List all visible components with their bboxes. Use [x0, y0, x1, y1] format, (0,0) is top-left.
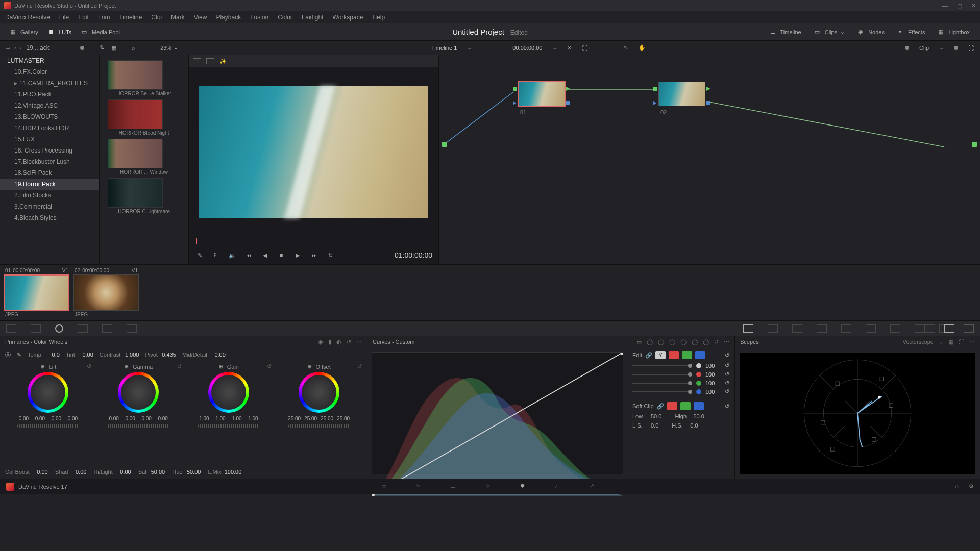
rgb-mixer-icon[interactable] — [102, 324, 112, 333]
settings-icon[interactable]: ⚙ — [969, 483, 974, 490]
clip-thumbnail[interactable]: 0100:00:00:00V1JPEG — [4, 267, 69, 318]
reset-icon[interactable]: ↺ — [725, 388, 729, 395]
timeline-name[interactable]: Timeline 1 — [431, 45, 457, 51]
softclip-g-button[interactable] — [680, 402, 691, 410]
tree-item[interactable]: 16. Cross Processing — [0, 145, 99, 156]
hdr-icon[interactable] — [78, 324, 88, 333]
reset-icon[interactable]: ↺ — [357, 363, 362, 370]
bars-mode-icon[interactable]: ▮ — [328, 339, 331, 345]
tree-item[interactable]: 15.LUX — [0, 134, 99, 145]
node-editor[interactable]: 01 02 — [439, 55, 980, 264]
intensity-g-value[interactable]: 100 — [705, 380, 721, 386]
tree-item[interactable]: 11.CAMERA_PROFILES — [0, 78, 99, 89]
prev-clip-button[interactable]: ⏮ — [244, 252, 253, 258]
keyframe-icon[interactable] — [925, 324, 935, 333]
menu-workspace[interactable]: Workspace — [333, 14, 363, 21]
tree-item[interactable]: 4.Bleach.Styles — [0, 212, 99, 223]
node-02[interactable]: 02 — [658, 82, 705, 106]
node-01[interactable]: 01 — [518, 82, 565, 106]
nodes-toggle-button[interactable]: ◉Nodes — [853, 27, 890, 38]
expand-icon[interactable]: ⛶ — [959, 339, 964, 345]
magic-mask-icon[interactable] — [866, 324, 876, 333]
menu-clip[interactable]: Clip — [151, 14, 162, 21]
softclip-b-button[interactable] — [694, 402, 704, 410]
menu-view[interactable]: View — [194, 14, 207, 21]
lift-jog[interactable] — [17, 424, 79, 428]
pick-icon[interactable]: ⊕ — [40, 363, 45, 370]
close-button[interactable]: ✕ — [971, 3, 976, 9]
tree-item[interactable]: 10.FX.Color — [0, 66, 99, 78]
vectorscope[interactable] — [739, 352, 976, 474]
hue-value[interactable]: 50.00 — [185, 469, 201, 475]
auto-balance-icon[interactable]: Ⓐ — [5, 351, 11, 359]
layout-icon[interactable]: ▦ — [948, 339, 953, 345]
chevron-down-icon[interactable]: ⌄ — [552, 44, 557, 51]
ls-value[interactable]: 0.0 — [651, 422, 658, 429]
color-match-icon[interactable] — [31, 324, 41, 333]
menu-app[interactable]: DaVinci Resolve — [5, 14, 50, 21]
node-input-port[interactable] — [442, 142, 447, 147]
menu-timeline[interactable]: Timeline — [119, 14, 142, 21]
lut-thumbnail[interactable]: HORROR Blood Night — [108, 99, 180, 136]
gain-color-wheel[interactable] — [208, 372, 249, 413]
hue-vs-hue-icon[interactable]: ◯ — [647, 339, 653, 345]
edit-y-button[interactable]: Y — [655, 351, 666, 359]
list-view-icon[interactable]: ≡ — [121, 45, 125, 51]
hilight-value[interactable]: 0.00 — [116, 469, 131, 475]
luts-button[interactable]: ≣LUTs — [43, 27, 77, 38]
gamma-color-wheel[interactable] — [118, 372, 159, 413]
home-icon[interactable] — [6, 483, 14, 491]
breadcrumb[interactable]: 19....ack — [26, 44, 49, 52]
mediapool-button[interactable]: ▭Media Pool — [77, 27, 125, 38]
reset-icon[interactable]: ↺ — [725, 380, 729, 386]
options-icon[interactable]: ⋯ — [969, 339, 975, 345]
node-expand-icon[interactable]: ⛶ — [968, 45, 974, 51]
deliver-page-button[interactable]: ↗ — [590, 483, 599, 491]
project-manager-icon[interactable]: ⌂ — [955, 483, 959, 490]
chevron-down-icon[interactable]: ⌄ — [467, 44, 472, 51]
tree-item[interactable]: 19.Horror Pack — [0, 179, 99, 190]
lut-thumbnail[interactable]: HORROR ... Window — [108, 139, 180, 175]
grab-still-icon[interactable]: ✎ — [195, 252, 204, 259]
play-button[interactable]: ▶ — [293, 252, 302, 259]
lightbox-button[interactable]: ▦Lightbox — [933, 27, 975, 38]
grid-view-icon[interactable]: ▦ — [111, 44, 116, 51]
search-icon[interactable]: ⌕ — [132, 45, 135, 51]
gamma-jog[interactable] — [108, 424, 169, 428]
pick-white-icon[interactable]: ✎ — [17, 352, 21, 358]
motion-icon[interactable] — [127, 324, 137, 333]
tree-item[interactable]: 14.HDR.Looks.HDR — [0, 122, 99, 134]
media-page-button[interactable]: ▭ — [381, 483, 390, 491]
clips-toggle-button[interactable]: ▭Clips ⌄ — [810, 27, 850, 38]
viewer-image[interactable] — [199, 86, 428, 218]
menu-playback[interactable]: Playback — [216, 14, 241, 21]
window-icon[interactable] — [817, 324, 827, 333]
info-icon[interactable] — [964, 324, 974, 333]
clip-thumbnail[interactable]: 0200:00:00:00V1JPEG — [74, 267, 139, 318]
fairlight-page-button[interactable]: ♪ — [555, 483, 564, 491]
cut-page-button[interactable]: ✂ — [416, 483, 425, 491]
sat-value[interactable]: 50.00 — [150, 469, 165, 475]
nav-back-icon[interactable]: ‹ — [14, 45, 16, 51]
curves-icon[interactable] — [743, 324, 753, 333]
tree-item[interactable]: 13.BLOWOUTS — [0, 111, 99, 122]
reset-icon[interactable]: ↺ — [177, 363, 182, 370]
contrast-value[interactable]: 1.000 — [124, 352, 139, 358]
tree-item[interactable]: 2.Film.Stocks — [0, 190, 99, 201]
nav-fwd-icon[interactable]: › — [19, 45, 21, 51]
custom-curves-icon[interactable]: ▭ — [636, 339, 642, 345]
mute-icon[interactable]: 🔈 — [228, 252, 237, 259]
offset-jog[interactable] — [288, 424, 350, 428]
tree-item[interactable]: 12.Vintage.ASC — [0, 100, 99, 111]
stop-button[interactable]: ■ — [277, 252, 286, 258]
sort-icon[interactable]: ⇅ — [100, 44, 104, 51]
reset-icon[interactable]: ↺ — [725, 352, 729, 359]
reset-icon[interactable]: ↺ — [725, 371, 729, 378]
highlight-icon[interactable]: ✨ — [219, 58, 227, 65]
menu-mark[interactable]: Mark — [171, 14, 185, 21]
hand-tool-icon[interactable]: ✋ — [639, 44, 646, 51]
scopes-icon[interactable] — [944, 324, 954, 333]
tree-item[interactable]: 11.PRO.Pack — [0, 89, 99, 100]
temp-value[interactable]: 0.0 — [44, 352, 60, 358]
image-wipe-icon[interactable] — [193, 58, 201, 64]
